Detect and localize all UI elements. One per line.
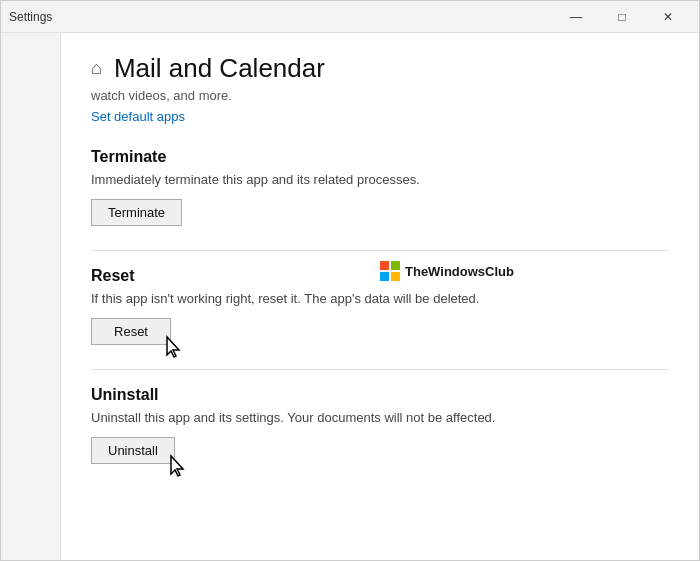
divider-1: [91, 250, 669, 251]
main-content: ⌂ Mail and Calendar watch videos, and mo…: [61, 33, 699, 560]
reset-button-wrapper: Reset: [91, 318, 171, 345]
svg-rect-1: [380, 261, 389, 270]
home-icon: ⌂: [91, 58, 102, 79]
terminate-description: Immediately terminate this app and its r…: [91, 172, 669, 187]
svg-rect-2: [391, 261, 400, 270]
title-bar: Settings — □ ✕: [1, 1, 699, 33]
uninstall-description: Uninstall this app and its settings. You…: [91, 410, 669, 425]
svg-rect-3: [380, 272, 389, 281]
terminate-button[interactable]: Terminate: [91, 199, 182, 226]
minimize-button[interactable]: —: [553, 1, 599, 33]
subtitle: watch videos, and more.: [91, 88, 669, 103]
title-bar-left: Settings: [9, 10, 52, 24]
title-bar-controls: — □ ✕: [553, 1, 691, 33]
watermark-icon: [379, 260, 401, 282]
uninstall-button-wrapper: Uninstall: [91, 437, 175, 464]
set-default-apps-link[interactable]: Set default apps: [91, 109, 185, 124]
watermark: TheWindowsClub: [371, 257, 659, 285]
title-bar-title: Settings: [9, 10, 52, 24]
uninstall-button[interactable]: Uninstall: [91, 437, 175, 464]
uninstall-section: Uninstall Uninstall this app and its set…: [91, 386, 669, 464]
content-area: ⌂ Mail and Calendar watch videos, and mo…: [1, 33, 699, 560]
reset-button[interactable]: Reset: [91, 318, 171, 345]
terminate-section: Terminate Immediately terminate this app…: [91, 148, 669, 226]
page-title: Mail and Calendar: [114, 53, 325, 84]
watermark-text: TheWindowsClub: [405, 264, 514, 279]
maximize-button[interactable]: □: [599, 1, 645, 33]
settings-window: Settings — □ ✕ ⌂ Mail and Calendar watch…: [0, 0, 700, 561]
reset-description: If this app isn't working right, reset i…: [91, 291, 669, 306]
page-header: ⌂ Mail and Calendar: [91, 53, 669, 84]
uninstall-title: Uninstall: [91, 386, 669, 404]
divider-2: [91, 369, 669, 370]
terminate-title: Terminate: [91, 148, 669, 166]
sidebar: [1, 33, 61, 560]
svg-rect-4: [391, 272, 400, 281]
close-button[interactable]: ✕: [645, 1, 691, 33]
reset-section: Reset If this app isn't working right, r…: [91, 267, 669, 345]
